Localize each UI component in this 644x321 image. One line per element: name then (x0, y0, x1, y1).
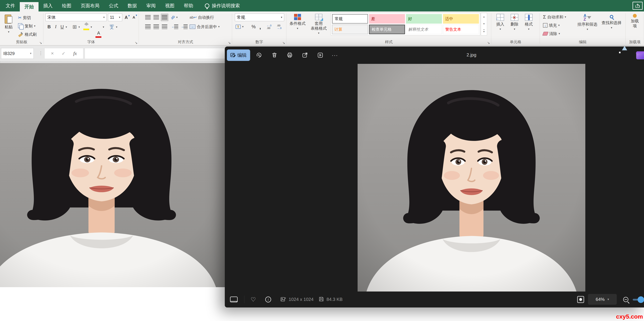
underline-button[interactable]: U (59, 23, 65, 30)
decrease-indent-button[interactable]: ← (170, 23, 179, 30)
style-good[interactable]: 好 (406, 14, 442, 23)
font-dialog-launcher[interactable]: ↘ (135, 41, 138, 44)
menu-tab-insert[interactable]: 插入 (38, 0, 57, 11)
zoom-slider-knob[interactable] (638, 296, 644, 303)
increase-font-button[interactable]: A ▲ (124, 13, 131, 21)
style-neutral[interactable]: 适中 (443, 14, 479, 23)
gallery-more-icon[interactable]: ▾ (483, 29, 485, 33)
format-painter-button[interactable]: 格式刷 (18, 30, 37, 38)
decrease-decimal-button[interactable]: .00 →.0 (274, 23, 284, 30)
share-button[interactable] (632, 2, 642, 10)
bold-button[interactable]: B (46, 23, 52, 30)
fill-color-caret[interactable]: ▾ (90, 26, 92, 28)
styles-dialog-launcher[interactable]: ↘ (487, 41, 490, 44)
confirm-entry-button[interactable]: ✓ (62, 51, 66, 56)
bottom-align-button[interactable] (161, 13, 168, 21)
menu-tab-file[interactable]: 文件 (1, 0, 20, 11)
print-button[interactable] (285, 50, 294, 60)
borders-button[interactable]: ⊞ (71, 23, 78, 30)
style-warning[interactable]: 警告文本 (443, 25, 479, 34)
borders-caret[interactable]: ▾ (78, 26, 80, 28)
insert-function-button[interactable]: fx (73, 51, 77, 56)
paste-button[interactable]: 粘贴 ▾ (1, 12, 16, 38)
align-right-button[interactable] (161, 23, 168, 30)
format-as-table-button[interactable]: 套用表格格式 ▾ (308, 12, 329, 38)
fill-button[interactable]: ↓ 填充 ▾ (543, 21, 560, 29)
zoom-out-button[interactable] (621, 295, 631, 304)
clipboard-dialog-launcher[interactable]: ↘ (39, 41, 42, 44)
find-select-button[interactable]: 查找和选择 ▾ (600, 12, 623, 38)
orientation-button[interactable]: ab ▾ (171, 13, 178, 21)
gallery-up-icon[interactable]: ▴ (483, 15, 485, 18)
font-color-button[interactable]: A (96, 30, 102, 38)
edit-button[interactable]: 编辑 (227, 49, 250, 61)
top-align-button[interactable] (144, 13, 152, 21)
copy-button[interactable]: 复制 ▾ (18, 22, 36, 30)
merge-center-button[interactable]: ↔ 合并后居中 ▾ (190, 23, 220, 30)
info-button[interactable]: i (263, 295, 273, 304)
accounting-format-button[interactable]: $ ▾ (236, 23, 244, 30)
conditional-formatting-button[interactable]: 条件格式 ▾ (288, 12, 307, 38)
comma-button[interactable]: , (258, 23, 263, 30)
font-name-combo[interactable]: 宋体 ▾ (46, 13, 106, 21)
viewer-photo[interactable] (358, 64, 585, 292)
format-cells-button[interactable]: 格式 ▾ (522, 12, 535, 38)
name-box-splitter[interactable]: ⋮ (38, 50, 43, 56)
addins-button[interactable]: 加载项 (628, 12, 641, 38)
zoom-slider[interactable] (633, 299, 644, 301)
insert-cells-button[interactable]: ← 插入 ▾ (494, 12, 507, 38)
worksheet-portrait-image[interactable] (0, 63, 226, 287)
alignment-dialog-launcher[interactable]: ↘ (228, 41, 231, 44)
menu-tab-draw[interactable]: 绘图 (57, 0, 76, 11)
menu-tab-formulas[interactable]: 公式 (104, 0, 123, 11)
gallery-down-icon[interactable]: ▾ (483, 22, 485, 25)
style-check-cell[interactable]: 检查单元格 (369, 25, 405, 34)
zoom-level-dropdown[interactable]: 64% ▾ (588, 294, 617, 305)
filmstrip-button[interactable] (229, 295, 239, 304)
autosum-button[interactable]: Σ 自动求和 ▾ (543, 13, 566, 21)
cut-button[interactable]: ✂ 剪切 (18, 14, 31, 21)
number-dialog-launcher[interactable]: ↘ (282, 41, 285, 44)
font-color-caret[interactable]: ▾ (103, 26, 104, 28)
cancel-entry-button[interactable]: × (51, 51, 54, 56)
underline-caret[interactable]: ▾ (66, 26, 67, 28)
favorite-button[interactable]: ♡ (248, 295, 258, 304)
delete-button[interactable] (270, 50, 279, 60)
style-normal[interactable]: 常规 (332, 14, 368, 23)
align-left-button[interactable] (144, 23, 152, 30)
decrease-font-button[interactable]: A ▼ (131, 13, 139, 21)
number-format-combo[interactable]: 常规 ▾ (235, 13, 284, 21)
style-explanatory[interactable]: 解释性文本 (406, 25, 442, 34)
increase-indent-button[interactable]: → (180, 23, 188, 30)
share-button-photos[interactable] (300, 50, 310, 60)
align-center-button[interactable] (152, 23, 160, 30)
menu-tab-data[interactable]: 数据 (123, 0, 142, 11)
font-size-combo[interactable]: 11 ▾ (108, 13, 122, 21)
rotate-button[interactable] (254, 50, 264, 60)
fill-color-button[interactable] (83, 23, 90, 30)
menu-tab-home[interactable]: 开始 (20, 2, 38, 11)
fit-to-window-button[interactable] (576, 295, 586, 304)
delete-cells-button[interactable]: × 删除 ▾ (508, 12, 521, 38)
middle-align-button[interactable] (152, 13, 160, 21)
sort-filter-button[interactable]: AZ 排序和筛选 ▾ (576, 12, 598, 38)
style-calculation[interactable]: 计算 (332, 25, 368, 34)
menu-tab-page-layout[interactable]: 页面布局 (76, 0, 104, 11)
slideshow-button[interactable] (316, 50, 325, 60)
increase-decimal-button[interactable]: ←.0 .00 (264, 23, 274, 30)
menu-tab-review[interactable]: 审阅 (142, 0, 160, 11)
italic-button[interactable]: I (53, 23, 59, 30)
menu-tab-help[interactable]: 帮助 (179, 0, 198, 11)
clipchamp-icon[interactable] (636, 51, 644, 59)
tell-me-search[interactable]: 操作说明搜索 (212, 2, 240, 9)
more-options-button[interactable]: ··· (330, 50, 340, 60)
style-bad[interactable]: 差 (369, 14, 405, 23)
clear-button[interactable]: 清除 ▾ (543, 30, 560, 37)
menu-tab-view[interactable]: 视图 (160, 0, 179, 11)
phonetic-caret[interactable]: ▾ (116, 26, 117, 28)
name-box[interactable]: IB329 ▾ (1, 48, 34, 59)
gallery-scroll[interactable]: ▴ ▾ ▾ (481, 13, 487, 35)
percent-button[interactable]: % (250, 23, 257, 30)
wrap-text-button[interactable]: ab↩ 自动换行 (190, 13, 214, 21)
phonetic-button[interactable]: wén 文 (108, 23, 116, 30)
